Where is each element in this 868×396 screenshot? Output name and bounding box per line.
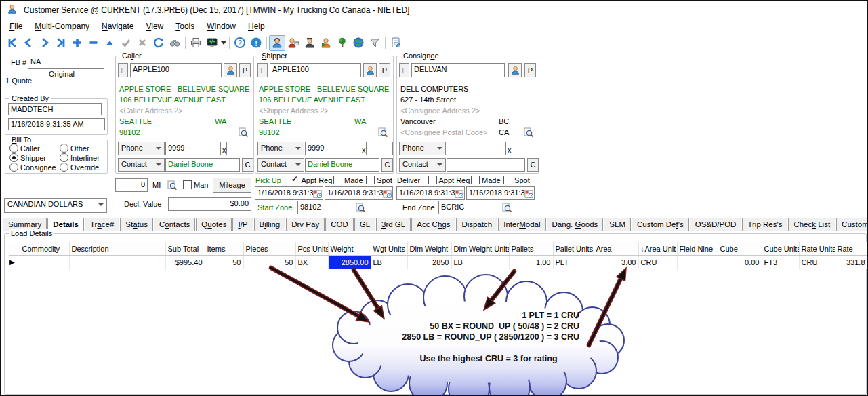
personnel-icon[interactable] <box>318 35 334 51</box>
cell-wgt-units[interactable]: LB <box>371 256 407 269</box>
tab-customs[interactable]: Customs <box>836 218 868 231</box>
menu-tools[interactable]: Tools <box>169 20 201 33</box>
shipper-c-button[interactable]: C <box>381 158 393 172</box>
tab-status[interactable]: Status <box>120 218 153 231</box>
customer-service-icon[interactable] <box>269 35 285 51</box>
cell-commodity[interactable] <box>20 256 69 269</box>
shipper-ext-input[interactable] <box>366 142 393 155</box>
consignee-contact-input[interactable] <box>447 158 525 172</box>
tab-custom-def-s[interactable]: Custom Def's <box>632 218 689 231</box>
shipper-contact-input[interactable]: Daniel Boone <box>305 158 379 172</box>
tab-trace-[interactable]: Trace# <box>85 218 119 231</box>
column-header-cube-units[interactable]: Cube Units <box>762 242 799 256</box>
manual-mileage-checkbox-box[interactable] <box>183 180 192 189</box>
tab-cod[interactable]: COD <box>325 218 354 231</box>
cell-items[interactable]: 50 <box>205 256 243 269</box>
pickup-appt-req-box[interactable] <box>291 176 299 184</box>
consignee-zone-lookup-icon[interactable] <box>523 127 534 138</box>
menu-navigate[interactable]: Navigate <box>96 20 140 33</box>
consignee-phone-type-select[interactable]: Phone <box>399 142 446 155</box>
cell-cube[interactable]: 0.00 <box>718 256 762 269</box>
caller-c-button[interactable]: C <box>242 158 253 172</box>
collapse-icon[interactable] <box>102 35 118 51</box>
column-header-cube[interactable]: Cube <box>718 242 762 256</box>
add-record-icon[interactable] <box>69 35 85 51</box>
cell-pieces[interactable]: 50 <box>243 256 295 269</box>
confirm-icon[interactable] <box>118 35 134 51</box>
start-zone-lookup-icon[interactable] <box>355 202 366 213</box>
row-selector[interactable]: ▶ <box>9 256 20 269</box>
menu-window[interactable]: Window <box>201 20 242 33</box>
consignee-p-button[interactable]: P <box>524 63 536 77</box>
caller-code-input[interactable]: APPLE100 <box>130 63 222 77</box>
bill-to-radio-caller[interactable]: Caller <box>9 144 56 153</box>
caller-zone-lookup-icon[interactable] <box>238 127 249 138</box>
column-header-items[interactable]: Items <box>205 242 243 256</box>
radio-button[interactable] <box>60 144 68 153</box>
radio-button[interactable] <box>9 163 18 172</box>
cell-rate-units[interactable]: CRU <box>799 256 835 269</box>
distance-input[interactable]: 0 <box>115 178 148 192</box>
consignee-code-input[interactable]: DELLVAN <box>411 63 505 77</box>
column-header-commodity[interactable]: Commodity <box>20 242 69 256</box>
bill-to-radio-override[interactable]: Override <box>60 163 100 172</box>
pickup-appt-req-checkbox[interactable]: Appt Req <box>291 176 332 184</box>
deliver-spot-checkbox[interactable]: Spot <box>503 176 530 184</box>
deliver-spot-box[interactable] <box>503 176 512 184</box>
tree-icon[interactable] <box>334 35 350 51</box>
consignee-c-button[interactable]: C <box>527 158 539 172</box>
menu-view[interactable]: View <box>140 20 169 33</box>
radio-button[interactable] <box>9 153 18 162</box>
tab-drv-pay[interactable]: Drv Pay <box>286 218 325 231</box>
column-header-area-unit[interactable]: ↓Area Unit <box>638 242 677 256</box>
tab-billing[interactable]: Billing <box>254 218 286 231</box>
bill-to-radio-interliner[interactable]: Interliner <box>60 153 100 162</box>
caller-phone-type-select[interactable]: Phone <box>118 142 165 155</box>
delete-record-icon[interactable] <box>85 35 102 51</box>
shipper-code-input[interactable]: APPLE100 <box>270 63 361 77</box>
tab-trip-res-s[interactable]: Trip Res's <box>742 218 787 231</box>
cell-dim-weight-units[interactable]: LB <box>451 256 509 269</box>
column-header-rate-units[interactable]: Rate Units <box>799 242 835 256</box>
shipper-zone-lookup-icon[interactable] <box>377 127 388 138</box>
shipper-contact-type-select[interactable]: Contact <box>257 158 304 172</box>
caller-phone-input[interactable]: 9999 <box>165 142 221 155</box>
notes-icon[interactable] <box>388 35 404 51</box>
end-zone-lookup-icon[interactable] <box>501 202 512 213</box>
column-header-rate[interactable]: Rate <box>835 242 867 256</box>
globe-icon[interactable] <box>350 35 367 51</box>
caller-f-button[interactable]: F <box>118 63 128 77</box>
deliver-made-checkbox[interactable]: Made <box>471 176 501 184</box>
cancel-icon[interactable] <box>134 35 150 51</box>
column-header-weight[interactable]: Weight <box>328 242 371 256</box>
first-record-icon[interactable] <box>4 35 20 51</box>
monitor-icon[interactable] <box>204 35 220 51</box>
tab-quotes[interactable]: Quotes <box>196 218 232 231</box>
last-record-icon[interactable] <box>53 35 69 51</box>
created-by-datetime-field[interactable]: 1/16/2018 9:31:35 AM <box>8 118 105 130</box>
tab-check-list[interactable]: Check List <box>788 218 835 231</box>
tab-intermodal[interactable]: InterModal <box>498 218 545 231</box>
column-header-description[interactable]: Description <box>69 242 165 256</box>
shipper-phone-type-select[interactable]: Phone <box>257 142 304 155</box>
cell-description[interactable] <box>69 256 165 269</box>
shipper-p-button[interactable]: P <box>379 63 390 77</box>
cell-pallet-units[interactable]: PLT <box>553 256 594 269</box>
cell-field-nine[interactable] <box>677 256 718 269</box>
tab-dang-goods[interactable]: Dang. Goods <box>547 218 604 231</box>
info-icon[interactable]: ! <box>248 35 264 51</box>
created-by-user-field[interactable]: MADDTECH <box>8 103 102 115</box>
deliver-appt-req-box[interactable] <box>428 176 437 184</box>
tab-3rd-gl[interactable]: 3rd GL <box>376 218 411 231</box>
cell-pallets[interactable]: 1.00 <box>509 256 553 269</box>
tab-contacts[interactable]: Contacts <box>154 218 195 231</box>
cell-sub-total[interactable]: $995.40 <box>165 256 205 269</box>
cell-rate[interactable]: 331.8 <box>835 256 867 269</box>
menu-help[interactable]: Help <box>242 20 271 33</box>
find-icon[interactable] <box>167 35 183 51</box>
cell-cube-units[interactable]: FT3 <box>762 256 799 269</box>
cell-area[interactable]: 3.00 <box>594 256 638 269</box>
manual-mileage-checkbox[interactable]: Man <box>183 180 208 189</box>
column-header-row-selector[interactable] <box>9 242 20 256</box>
shipper-client-lookup-button[interactable] <box>363 63 377 77</box>
